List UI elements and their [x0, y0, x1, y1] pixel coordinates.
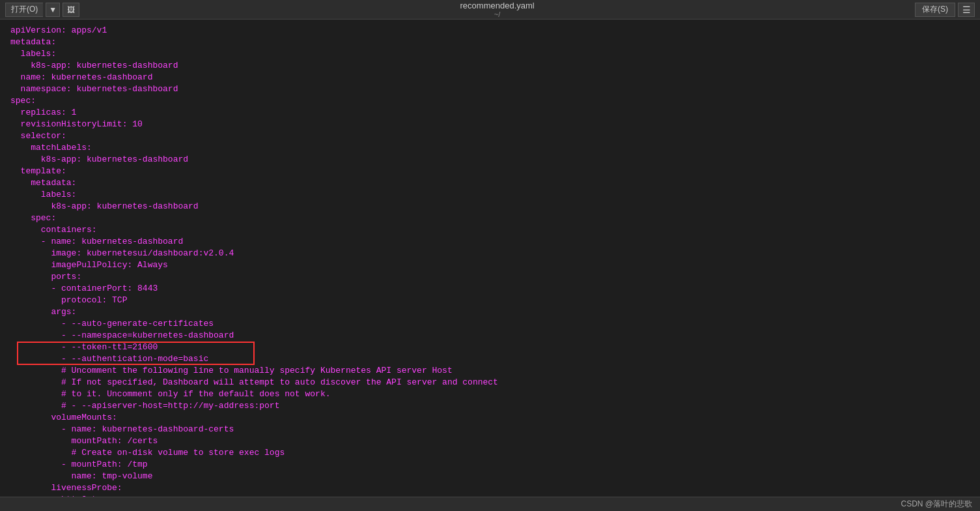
code-line-28: - --token-ttl=21600: [10, 342, 970, 353]
filename-label: recommended.yaml: [460, 1, 535, 10]
code-line-29: - --authentication-mode=basic: [10, 353, 970, 365]
titlebar-right: 保存(S) ☰: [915, 3, 975, 17]
code-line-24: protocol: TCP: [10, 295, 970, 306]
save-button[interactable]: 保存(S): [915, 3, 955, 17]
code-line-10: selector:: [10, 130, 970, 142]
code-line-32: # to it. Uncomment only if the default d…: [10, 388, 970, 400]
code-line-14: metadata:: [10, 177, 970, 189]
code-line-41: httpGet:: [10, 494, 970, 497]
code-line-18: containers:: [10, 224, 970, 236]
code-line-22: ports:: [10, 271, 970, 283]
code-line-6: namespace: kubernetes-dashboard: [10, 83, 970, 95]
code-line-34: volumeMounts:: [10, 412, 970, 424]
code-line-5: name: kubernetes-dashboard: [10, 72, 970, 83]
code-line-31: # If not specified, Dashboard will attem…: [10, 377, 970, 388]
brand-label: CSDN @落叶的悲歌: [901, 499, 972, 510]
footer: CSDN @落叶的悲歌: [0, 497, 980, 511]
code-line-30: # Uncomment the following line to manual…: [10, 365, 970, 377]
code-line-4: k8s-app: kubernetes-dashboard: [10, 60, 970, 72]
code-line-27: - --namespace=kubernetes-dashboard: [10, 330, 970, 342]
image-icon-button[interactable]: 🖼: [63, 3, 79, 17]
code-line-12: k8s-app: kubernetes-dashboard: [10, 154, 970, 166]
code-line-19: - name: kubernetes-dashboard: [10, 236, 970, 248]
titlebar-center: recommended.yaml ~/: [460, 1, 535, 18]
code-area: apiVersion: apps/v1 metadata: labels: k8…: [0, 25, 980, 497]
selection-container: - --token-ttl=21600 - --authentication-m…: [10, 342, 970, 365]
code-line-23: - containerPort: 8443: [10, 283, 970, 295]
editor-window: 打开(O) ▼ 🖼 recommended.yaml ~/ 保存(S) ☰ ap…: [0, 0, 980, 511]
code-line-16: k8s-app: kubernetes-dashboard: [10, 201, 970, 212]
code-line-26: - --auto-generate-certificates: [10, 318, 970, 330]
code-line-8: replicas: 1: [10, 107, 970, 119]
titlebar-left: 打开(O) ▼ 🖼: [5, 3, 79, 17]
code-line-1: apiVersion: apps/v1: [10, 25, 970, 36]
code-line-13: template:: [10, 166, 970, 177]
code-line-7: spec:: [10, 95, 970, 107]
code-line-40: livenessProbe:: [10, 482, 970, 494]
code-line-20: image: kubernetesui/dashboard:v2.0.4: [10, 248, 970, 259]
image-icon: 🖼: [67, 5, 75, 14]
code-line-38: - mountPath: /tmp: [10, 459, 970, 471]
code-line-11: matchLabels:: [10, 142, 970, 154]
code-line-36: mountPath: /certs: [10, 435, 970, 447]
code-line-33: # - --apiserver-host=http://my-address:p…: [10, 400, 970, 412]
code-line-35: - name: kubernetes-dashboard-certs: [10, 424, 970, 435]
titlebar: 打开(O) ▼ 🖼 recommended.yaml ~/ 保存(S) ☰: [0, 0, 980, 20]
code-line-21: imagePullPolicy: Always: [10, 259, 970, 271]
open-button[interactable]: 打开(O): [5, 3, 43, 17]
code-line-9: revisionHistoryLimit: 10: [10, 119, 970, 130]
editor-content: apiVersion: apps/v1 metadata: labels: k8…: [0, 20, 980, 497]
code-line-37: # Create on-disk volume to store exec lo…: [10, 447, 970, 459]
filepath-label: ~/: [494, 10, 500, 18]
open-dropdown-button[interactable]: ▼: [46, 3, 60, 17]
menu-button[interactable]: ☰: [958, 3, 975, 17]
code-line-17: spec:: [10, 212, 970, 224]
code-line-2: metadata:: [10, 36, 970, 48]
code-line-39: name: tmp-volume: [10, 471, 970, 482]
code-line-3: labels:: [10, 48, 970, 60]
code-line-25: args:: [10, 306, 970, 318]
code-line-15: labels:: [10, 189, 970, 201]
